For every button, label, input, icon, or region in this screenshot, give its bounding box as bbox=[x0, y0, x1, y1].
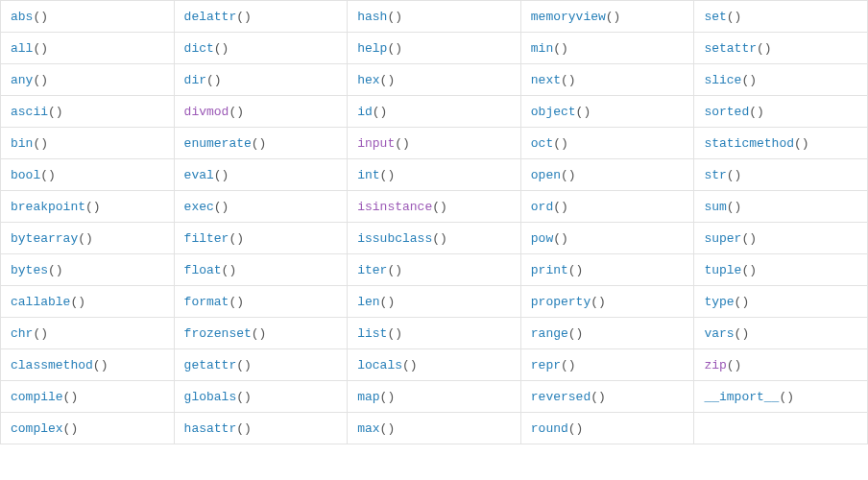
table-row: bytes()float()iter()print()tuple() bbox=[1, 254, 868, 286]
function-name: isinstance bbox=[357, 200, 432, 214]
function-link-format[interactable]: format() bbox=[184, 295, 244, 309]
parentheses: () bbox=[229, 295, 244, 309]
function-link-any[interactable]: any() bbox=[11, 73, 48, 87]
function-link-tuple[interactable]: tuple() bbox=[704, 263, 757, 277]
function-link-sorted[interactable]: sorted() bbox=[704, 105, 763, 119]
table-cell: compile() bbox=[1, 381, 175, 413]
function-link-dict[interactable]: dict() bbox=[184, 41, 229, 56]
function-link-repr[interactable]: repr() bbox=[531, 358, 576, 372]
table-cell: input() bbox=[348, 128, 521, 159]
function-name: hex bbox=[357, 73, 379, 87]
table-cell: tuple() bbox=[694, 254, 868, 286]
function-link-iter[interactable]: iter() bbox=[357, 263, 402, 277]
function-link-input[interactable]: input() bbox=[357, 136, 410, 151]
function-link-id[interactable]: id() bbox=[357, 105, 387, 119]
parentheses: () bbox=[727, 168, 742, 182]
table-cell: abs() bbox=[1, 1, 175, 33]
function-link-sum[interactable]: sum() bbox=[704, 200, 741, 214]
function-link-exec[interactable]: exec() bbox=[184, 200, 229, 214]
function-link-slice[interactable]: slice() bbox=[704, 73, 757, 87]
function-link-hex[interactable]: hex() bbox=[357, 73, 395, 87]
function-link-reversed[interactable]: reversed() bbox=[531, 390, 606, 404]
table-cell: chr() bbox=[1, 318, 175, 349]
parentheses: () bbox=[591, 390, 606, 404]
function-link-property[interactable]: property() bbox=[531, 295, 606, 309]
table-cell: enumerate() bbox=[174, 128, 348, 159]
function-name: max bbox=[357, 421, 379, 436]
function-link-print[interactable]: print() bbox=[531, 263, 584, 277]
function-link-bytes[interactable]: bytes() bbox=[11, 263, 63, 277]
function-link-classmethod[interactable]: classmethod() bbox=[11, 358, 108, 372]
function-link-bool[interactable]: bool() bbox=[11, 168, 56, 182]
function-link-bytearray[interactable]: bytearray() bbox=[11, 231, 93, 246]
function-link-all[interactable]: all() bbox=[11, 41, 48, 56]
function-link-getattr[interactable]: getattr() bbox=[184, 358, 252, 372]
table-cell: dir() bbox=[174, 64, 348, 96]
function-link-len[interactable]: len() bbox=[357, 295, 395, 309]
function-link-enumerate[interactable]: enumerate() bbox=[184, 136, 267, 151]
table-cell: bytes() bbox=[1, 254, 175, 286]
function-link-globals[interactable]: globals() bbox=[184, 390, 252, 404]
parentheses: () bbox=[78, 231, 93, 246]
parentheses: () bbox=[402, 358, 418, 372]
function-link-isinstance[interactable]: isinstance() bbox=[357, 200, 447, 214]
function-name: chr bbox=[11, 326, 33, 341]
function-name: id bbox=[357, 105, 373, 119]
function-link-str[interactable]: str() bbox=[704, 168, 741, 182]
function-link-int[interactable]: int() bbox=[357, 168, 395, 182]
function-link-eval[interactable]: eval() bbox=[184, 168, 229, 182]
function-link-issubclass[interactable]: issubclass() bbox=[357, 231, 447, 246]
function-link-hasattr[interactable]: hasattr() bbox=[184, 421, 252, 436]
table-row: chr()frozenset()list()range()vars() bbox=[1, 318, 868, 349]
function-link-min[interactable]: min() bbox=[531, 41, 568, 56]
function-link-float[interactable]: float() bbox=[184, 263, 237, 277]
function-link-oct[interactable]: oct() bbox=[531, 136, 568, 151]
function-link-compile[interactable]: compile() bbox=[11, 390, 78, 404]
function-link-staticmethod[interactable]: staticmethod() bbox=[704, 136, 808, 151]
function-link-ord[interactable]: ord() bbox=[531, 200, 568, 214]
function-link-ascii[interactable]: ascii() bbox=[11, 105, 63, 119]
function-link-list[interactable]: list() bbox=[357, 326, 402, 341]
function-link-round[interactable]: round() bbox=[531, 421, 584, 436]
parentheses: () bbox=[387, 41, 402, 56]
function-link-zip[interactable]: zip() bbox=[704, 358, 741, 372]
parentheses: () bbox=[727, 10, 742, 24]
function-link-frozenset[interactable]: frozenset() bbox=[184, 326, 267, 341]
function-link-callable[interactable]: callable() bbox=[11, 295, 85, 309]
function-link-range[interactable]: range() bbox=[531, 326, 584, 341]
function-link-memoryview[interactable]: memoryview() bbox=[531, 10, 621, 24]
function-link-bin[interactable]: bin() bbox=[11, 136, 48, 151]
function-link-open[interactable]: open() bbox=[531, 168, 576, 182]
function-link-map[interactable]: map() bbox=[357, 390, 395, 404]
function-link-locals[interactable]: locals() bbox=[357, 358, 417, 372]
function-name: zip bbox=[704, 358, 726, 372]
table-cell: breakpoint() bbox=[1, 191, 175, 223]
function-link-complex[interactable]: complex() bbox=[11, 421, 78, 436]
function-link-filter[interactable]: filter() bbox=[184, 231, 244, 246]
function-link-__import__[interactable]: __import__() bbox=[704, 390, 794, 404]
function-link-delattr[interactable]: delattr() bbox=[184, 10, 252, 24]
function-link-divmod[interactable]: divmod() bbox=[184, 105, 244, 119]
function-link-next[interactable]: next() bbox=[531, 73, 576, 87]
function-link-type[interactable]: type() bbox=[704, 295, 749, 309]
function-link-super[interactable]: super() bbox=[704, 231, 757, 246]
function-link-set[interactable]: set() bbox=[704, 10, 741, 24]
function-link-pow[interactable]: pow() bbox=[531, 231, 568, 246]
function-link-chr[interactable]: chr() bbox=[11, 326, 48, 341]
function-link-dir[interactable]: dir() bbox=[184, 73, 222, 87]
function-link-object[interactable]: object() bbox=[531, 105, 591, 119]
parentheses: () bbox=[741, 73, 757, 87]
parentheses: () bbox=[48, 105, 63, 119]
function-link-breakpoint[interactable]: breakpoint() bbox=[11, 200, 101, 214]
table-cell: str() bbox=[694, 159, 868, 191]
function-link-vars[interactable]: vars() bbox=[704, 326, 749, 341]
function-link-max[interactable]: max() bbox=[357, 421, 395, 436]
function-name: super bbox=[704, 231, 741, 246]
function-link-hash[interactable]: hash() bbox=[357, 10, 402, 24]
table-cell: round() bbox=[520, 413, 694, 444]
table-cell: frozenset() bbox=[174, 318, 348, 349]
function-link-setattr[interactable]: setattr() bbox=[704, 41, 771, 56]
function-link-abs[interactable]: abs() bbox=[11, 10, 48, 24]
function-link-help[interactable]: help() bbox=[357, 41, 402, 56]
table-cell: next() bbox=[520, 64, 694, 96]
